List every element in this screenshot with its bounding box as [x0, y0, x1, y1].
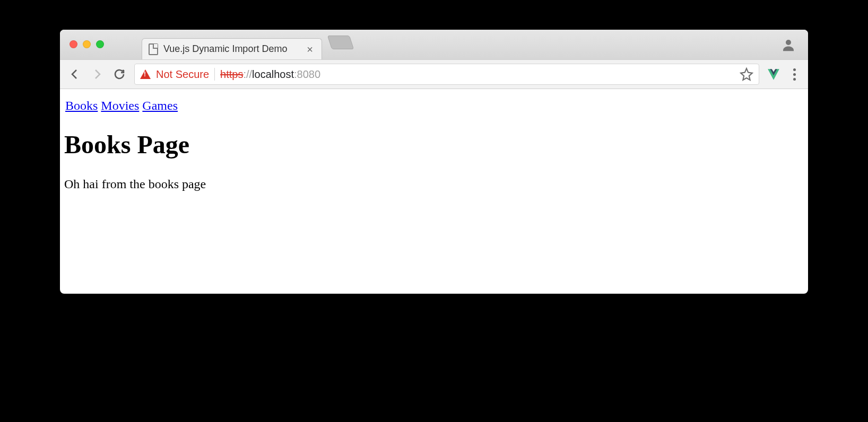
page-icon	[149, 43, 158, 55]
vue-devtools-icon[interactable]	[767, 67, 780, 81]
svg-point-0	[786, 40, 791, 45]
new-tab-button[interactable]	[327, 36, 354, 49]
tab-strip: Vue.js Dynamic Import Demo ×	[60, 30, 808, 59]
page-heading: Books Page	[64, 130, 804, 159]
window-maximize-button[interactable]	[96, 40, 104, 48]
browser-menu-button[interactable]	[788, 68, 801, 81]
security-indicator[interactable]: Not Secure	[156, 68, 209, 81]
address-bar[interactable]: Not Secure https :// localhost : 8080	[134, 64, 759, 85]
window-controls	[70, 40, 104, 48]
page-body-text: Oh hai from the books page	[64, 177, 804, 191]
reload-button[interactable]	[112, 67, 127, 82]
nav-link-movies[interactable]: Movies	[101, 99, 139, 112]
close-tab-button[interactable]: ×	[305, 43, 315, 56]
browser-tab[interactable]: Vue.js Dynamic Import Demo ×	[142, 38, 322, 59]
browser-window: Vue.js Dynamic Import Demo × Not Secure …	[60, 30, 808, 294]
url-port: 8080	[297, 68, 321, 81]
profile-avatar-icon[interactable]	[780, 37, 796, 53]
window-close-button[interactable]	[70, 40, 77, 48]
tab-title: Vue.js Dynamic Import Demo	[163, 43, 299, 55]
forward-button[interactable]	[90, 67, 105, 82]
toolbar: Not Secure https :// localhost : 8080	[60, 59, 808, 89]
nav-links: Books Movies Games	[65, 99, 804, 113]
warning-icon	[140, 69, 151, 79]
nav-link-games[interactable]: Games	[142, 99, 178, 112]
nav-link-books[interactable]: Books	[65, 99, 98, 112]
bookmark-star-icon[interactable]	[740, 67, 753, 81]
url-host: localhost	[252, 68, 294, 81]
back-button[interactable]	[67, 67, 82, 82]
page-content: Books Movies Games Books Page Oh hai fro…	[60, 89, 808, 294]
url-text: https :// localhost : 8080	[220, 68, 320, 81]
separator	[214, 68, 215, 81]
window-minimize-button[interactable]	[83, 40, 91, 48]
url-scheme-sep: ://	[243, 68, 252, 81]
url-scheme: https	[220, 68, 243, 81]
